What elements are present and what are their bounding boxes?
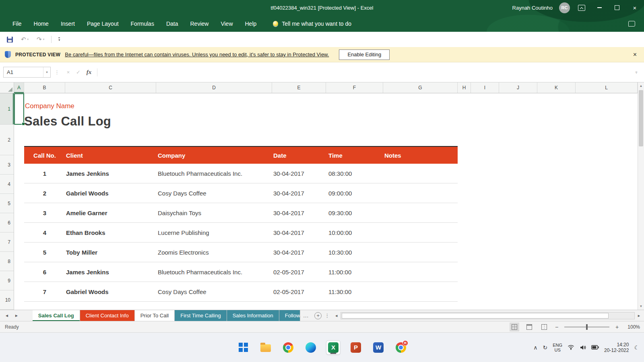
cell-client[interactable]: Gabriel Woods: [65, 288, 156, 295]
cancel-icon[interactable]: ×: [63, 69, 73, 75]
tab-menu-icon[interactable]: ⋮: [324, 313, 330, 319]
horizontal-scroll-thumb[interactable]: [342, 313, 609, 319]
cell-call-no[interactable]: 7: [24, 288, 65, 295]
header-company[interactable]: Company: [156, 152, 272, 159]
scroll-up-icon[interactable]: ▲: [638, 82, 644, 89]
cell-call-no[interactable]: 3: [24, 210, 65, 216]
company-name-cell[interactable]: Company Name: [25, 102, 74, 110]
ribbon-tab[interactable]: File: [6, 15, 28, 32]
row-header[interactable]: 4: [0, 175, 14, 194]
cell-company[interactable]: Bluetouch Pharmaceuticals Inc.: [156, 269, 272, 276]
column-header[interactable]: I: [471, 82, 499, 93]
cell-time[interactable]: 10:30:00: [326, 249, 383, 256]
cell-date[interactable]: 30-04-2017: [272, 249, 326, 256]
zoom-out-button[interactable]: −: [554, 324, 559, 330]
column-header[interactable]: E: [272, 82, 326, 93]
cell-date[interactable]: 30-04-2017: [272, 210, 326, 216]
new-sheet-button[interactable]: +: [314, 312, 322, 319]
cells-area[interactable]: Company Name Sales Call Log Call No. Cli…: [14, 93, 638, 310]
row-header[interactable]: 1: [0, 93, 14, 125]
undo-button[interactable]: ↶▾: [18, 34, 31, 45]
word-icon[interactable]: W: [371, 340, 386, 355]
ribbon-tab[interactable]: Review: [184, 15, 215, 32]
ribbon-tab[interactable]: View: [215, 15, 239, 32]
cell-date[interactable]: 30-04-2017: [272, 229, 326, 236]
horizontal-scroll-track[interactable]: [341, 312, 635, 319]
comment-icon[interactable]: [628, 21, 635, 27]
powerpoint-icon[interactable]: P: [349, 340, 363, 355]
formula-bar-expand-icon[interactable]: ▿: [631, 70, 642, 74]
tell-me-box[interactable]: Tell me what you want to do: [273, 21, 351, 27]
cell-company[interactable]: Cosy Days Coffee: [156, 190, 272, 197]
ribbon-tab[interactable]: Formulas: [125, 15, 160, 32]
header-call-no[interactable]: Call No.: [24, 152, 65, 159]
sheet-nav-left-icon[interactable]: ◄: [2, 313, 12, 318]
select-all-corner[interactable]: [0, 82, 14, 93]
tab-overflow-label[interactable]: ...: [303, 313, 309, 319]
account-name[interactable]: Raynah Coutinho: [512, 5, 553, 11]
enable-editing-button[interactable]: Enable Editing: [339, 49, 390, 60]
column-header[interactable]: J: [499, 82, 537, 93]
horizontal-scrollbar[interactable]: ◄ ►: [334, 312, 642, 319]
cell-client[interactable]: James Jenkins: [65, 170, 156, 177]
column-header[interactable]: H: [458, 82, 471, 93]
sheet-tab[interactable]: First Time Calling: [175, 310, 227, 321]
chrome-icon[interactable]: [281, 340, 295, 355]
name-box[interactable]: A1 ▾: [3, 67, 51, 78]
hscroll-left-icon[interactable]: ◄: [334, 314, 339, 318]
cell-time[interactable]: 08:30:00: [326, 170, 383, 177]
cell-date[interactable]: 02-05-2017: [272, 288, 326, 295]
header-date[interactable]: Date: [272, 152, 326, 159]
column-header[interactable]: G: [383, 82, 458, 93]
language-indicator[interactable]: ENG US: [553, 343, 562, 352]
header-time[interactable]: Time: [326, 152, 383, 159]
row-header[interactable]: 7: [0, 232, 14, 252]
cell-client[interactable]: Ethan Brooks: [65, 229, 156, 236]
cell-company[interactable]: Daisychain Toys: [156, 210, 272, 216]
row-header[interactable]: 9: [0, 271, 14, 290]
ribbon-tab[interactable]: Help: [239, 15, 263, 32]
chrome-profile-icon[interactable]: R: [394, 340, 408, 355]
close-button[interactable]: ×: [629, 0, 641, 15]
header-client[interactable]: Client: [65, 152, 156, 159]
tray-sync-icon[interactable]: ↻: [543, 344, 547, 351]
start-button[interactable]: [236, 340, 250, 355]
row-header[interactable]: 5: [0, 194, 14, 213]
battery-icon[interactable]: [591, 345, 599, 350]
formula-input[interactable]: [100, 67, 631, 78]
edge-icon[interactable]: [303, 340, 318, 355]
column-header[interactable]: L: [576, 82, 638, 93]
insert-function-icon[interactable]: fx: [83, 69, 95, 76]
enter-icon[interactable]: ✓: [73, 69, 83, 75]
cell-call-no[interactable]: 2: [24, 190, 65, 197]
formula-bar-handle[interactable]: ⋮: [54, 69, 60, 75]
zoom-slider[interactable]: [564, 327, 609, 327]
zoom-in-button[interactable]: +: [615, 324, 619, 330]
page-break-view-button[interactable]: [539, 323, 549, 331]
excel-taskbar-icon[interactable]: X: [326, 340, 341, 355]
cell-time[interactable]: 11:30:00: [326, 288, 383, 295]
header-notes[interactable]: Notes: [383, 152, 458, 159]
cell-date[interactable]: 30-04-2017: [272, 170, 326, 177]
sheet-title-cell[interactable]: Sales Call Log: [24, 114, 111, 129]
sheet-tab[interactable]: Follow: [279, 310, 301, 321]
row-header[interactable]: 2: [0, 125, 14, 155]
ribbon-tab[interactable]: Home: [28, 15, 55, 32]
ribbon-tab[interactable]: Insert: [55, 15, 81, 32]
cell-client[interactable]: Gabriel Woods: [65, 190, 156, 197]
wifi-icon[interactable]: [568, 345, 574, 350]
page-layout-view-button[interactable]: [524, 323, 534, 331]
cell-company[interactable]: Zoomis Electronics: [156, 249, 272, 256]
maximize-button[interactable]: [611, 0, 623, 15]
ribbon-tab[interactable]: Page Layout: [81, 15, 125, 32]
column-header[interactable]: D: [156, 82, 272, 93]
cell-call-no[interactable]: 6: [24, 269, 65, 276]
banner-close-icon[interactable]: ×: [633, 51, 637, 58]
redo-button[interactable]: ↷▾: [34, 34, 47, 45]
cell-company[interactable]: Cosy Days Coffee: [156, 288, 272, 295]
column-header[interactable]: A: [14, 82, 24, 93]
cell-time[interactable]: 11:00:00: [326, 269, 383, 276]
volume-icon[interactable]: [580, 345, 586, 350]
minimize-button[interactable]: [593, 0, 605, 15]
protected-view-message[interactable]: Be careful—files from the Internet can c…: [65, 51, 329, 58]
